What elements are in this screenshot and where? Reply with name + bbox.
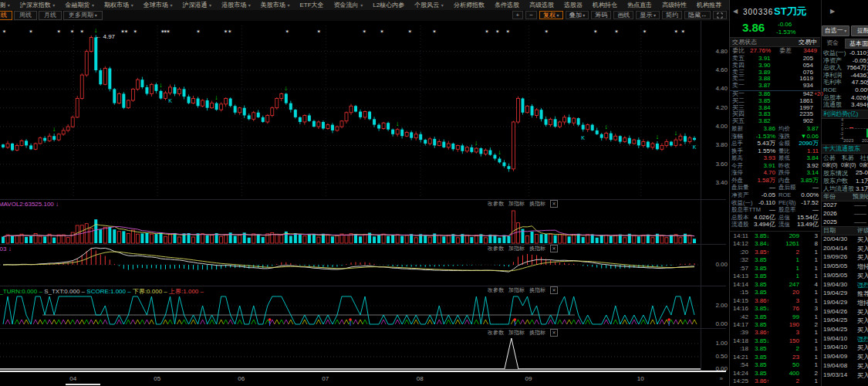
detail-label: ROE — [778, 192, 791, 199]
dropdown-arrow-icon: ▾ — [556, 13, 559, 18]
sell-signal-arrow-icon: ↓ — [52, 125, 56, 133]
menu-item[interactable]: 美股市场 ▾ — [261, 1, 290, 9]
macd-label: MACD:-0.003 ↓ — [0, 245, 201, 252]
toolbar-button[interactable]: 显示 ▾ — [636, 11, 660, 19]
period-tab-更多周期[interactable]: 更多周期 ▾ — [63, 11, 103, 20]
finance-row: 净利润-4436万元 — [822, 72, 868, 80]
finance-row: 流通股3.494亿 — [822, 101, 868, 109]
rating-date: 20/04/14 — [823, 245, 847, 252]
panel-button-改参数[interactable]: 改参数 — [488, 286, 504, 294]
menu-item[interactable]: 分析师指数 — [454, 1, 485, 9]
price-tick-label: 4.20 — [715, 104, 728, 111]
tick-direction-icon: ↑ — [767, 249, 770, 255]
tick-time: :42 — [731, 314, 748, 321]
menu-item[interactable]: 个股风云 ▾ — [414, 1, 444, 9]
detail-row: 涨幅-1.53%涨跌▼0.06 — [730, 134, 820, 141]
panel-divider — [0, 286, 726, 286]
menu-item[interactable]: 沪深港通 ▾ — [182, 1, 211, 9]
finance-label: 毛利率 — [823, 79, 842, 86]
price-tick-label: 4.00 — [715, 123, 728, 130]
tab-资金[interactable]: 资金 — [822, 39, 843, 47]
close-panel-icon[interactable]: ✕ — [550, 286, 558, 294]
toolbar-button[interactable]: 筹码 — [591, 11, 611, 19]
score-tick-label: 2.00 — [715, 302, 728, 309]
menu-item[interactable]: 期权市场 ▾ — [104, 1, 133, 9]
menu-item[interactable]: 监测 ▾ — [0, 1, 10, 9]
period-tab-月线[interactable]: 月线 — [39, 11, 62, 20]
toolbar-button[interactable]: 隐藏↔ — [684, 11, 711, 19]
forecast-year: 2026 — [823, 210, 837, 217]
order-book-row[interactable]: 卖一3.87934 — [730, 83, 820, 90]
panel-button-加指标[interactable]: 加指标 — [508, 286, 525, 294]
detail-label: 内盘 — [778, 178, 790, 185]
toolbar-button[interactable]: − — [525, 11, 537, 19]
panel-button-加指标[interactable]: 加指标 — [508, 200, 525, 208]
menu-item[interactable]: ETF大全 — [300, 1, 324, 9]
chart-area[interactable]: 4.804.604.404.204.003.803.603.400.002.00… — [0, 21, 729, 386]
finance-value: -0.110元 — [845, 49, 868, 57]
tick-count: 1 — [807, 249, 818, 256]
panel-button-换指标[interactable]: 换指标 — [529, 286, 545, 294]
panel-button-加指标[interactable]: 加指标 — [508, 329, 525, 337]
close-panel-icon[interactable]: ✕ — [550, 200, 558, 208]
menu-item[interactable]: 高级特性 — [662, 1, 687, 9]
menu-item[interactable]: 机构持仓 — [593, 1, 617, 9]
panel-button-加指标[interactable]: 加指标 — [508, 245, 525, 252]
tab-基本面[interactable]: 基本面 — [845, 39, 868, 49]
star-marker-icon: ✶ — [506, 29, 510, 34]
panel-button-改参数[interactable]: 改参数 — [488, 245, 504, 252]
toolbar-button[interactable]: 画线 — [613, 11, 633, 19]
menu-item[interactable]: 热点直击 — [627, 1, 652, 9]
star-marker-icon: ✶ — [485, 29, 488, 34]
order-book-row[interactable]: 买五3.82902 — [730, 118, 820, 125]
period-tab-周线[interactable]: 周线 — [14, 11, 37, 20]
panel-button-换指标[interactable]: 换指标 — [529, 329, 545, 337]
fullscreen-icon[interactable] — [713, 11, 727, 19]
score-label-part: 下界:0.000 – — [133, 288, 169, 295]
watch-button-1[interactable]: 自选一 ▾ — [822, 25, 849, 36]
profit-trend-chart: 420-2-420232024 — [822, 118, 868, 144]
toolbar-button[interactable]: 叠加 ▾ — [566, 11, 589, 19]
menu-item[interactable]: 资金流向 ▾ — [334, 1, 363, 9]
menu-item[interactable]: 高级选股 — [529, 1, 554, 9]
toolbar-button[interactable]: 复权 ▾ — [539, 11, 563, 19]
month-label: 08 — [417, 375, 424, 382]
month-label: 04 — [69, 375, 76, 382]
dropdown-arrow-icon: ▾ — [247, 3, 251, 8]
menu-item[interactable]: 全球市场 ▾ — [144, 1, 173, 9]
tick-time: 14:12 — [731, 241, 748, 248]
period-tab-日线[interactable]: 日线 — [0, 11, 12, 20]
close-panel-icon[interactable]: ✕ — [550, 329, 558, 337]
forecast-header-year: 年份 — [823, 193, 836, 201]
prev-stock-arrow[interactable]: ◀ — [733, 8, 738, 15]
close-panel-icon[interactable]: ✕ — [550, 245, 558, 252]
menu-item[interactable]: 港股市场 ▾ — [221, 1, 251, 9]
menu-item[interactable]: 机构推荐 — [697, 1, 721, 9]
tick-volume: 23 — [778, 354, 799, 361]
menu-item[interactable]: 选股器 — [564, 1, 583, 9]
menu-item[interactable]: 金融期货 ▾ — [65, 1, 94, 9]
scroll-right-icon[interactable]: » — [720, 375, 723, 382]
tick-count: 1 — [807, 257, 818, 264]
rating-grade: 买入 — [857, 317, 868, 325]
tick-volume: 247 — [778, 282, 799, 289]
signal-panel[interactable] — [0, 328, 701, 371]
star-marker-icon: ✶ — [316, 29, 320, 34]
menu-item[interactable]: 沪深京指数 ▾ — [20, 1, 56, 9]
main-kline-chart[interactable]: ✶✶✶✶✶✶✶✶✶✶✶✶✶✶✶✶✶✶✶✶✶✶✶✶✶✶✶✶✶↓↓↓↓↓↓↓↓↓↓↓… — [0, 21, 701, 199]
commission-ratio-value: 27.76% — [750, 47, 771, 54]
menu-item[interactable]: L2核心内参 — [373, 1, 404, 9]
panel-button-改参数[interactable]: 改参数 — [488, 329, 504, 337]
panel-button-换指标[interactable]: 换指标 — [529, 200, 545, 208]
detail-row: 股息率TTM—股息率— — [730, 207, 820, 214]
rating-date: 19/04/29 — [823, 290, 847, 296]
tick-price: 3.85 — [755, 290, 767, 296]
detail-value: -17.52 — [795, 200, 819, 207]
panel-button-改参数[interactable]: 改参数 — [488, 200, 504, 208]
signal-tick-label: 1.00 — [715, 340, 728, 347]
menu-item[interactable]: 条件选股 — [495, 1, 519, 9]
watch-button-2[interactable]: 提醒 — [851, 25, 868, 36]
toolbar-button[interactable]: + — [512, 11, 524, 19]
toolbar-button[interactable]: 简约 — [662, 11, 682, 19]
panel-button-换指标[interactable]: 换指标 — [529, 245, 545, 252]
